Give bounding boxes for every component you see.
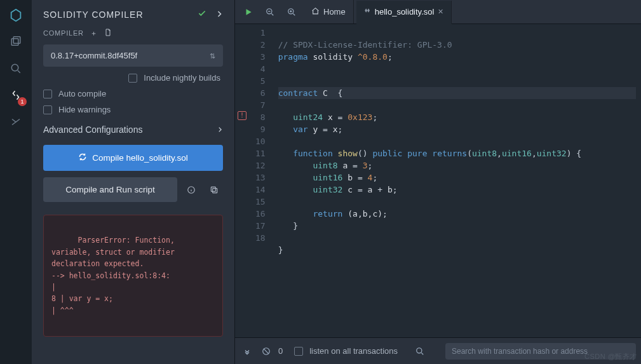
line-number: 12 xyxy=(255,159,266,172)
main-area: Home hello_solidity.sol ✕ ! 1 2 3 4 5 6 … xyxy=(235,0,641,364)
compiler-error-box: ParserError: Function, variable, struct … xyxy=(43,215,223,337)
nightly-builds-label: Include nightly builds xyxy=(144,73,220,83)
hide-warnings-checkbox[interactable] xyxy=(43,105,52,114)
left-icon-rail: 1 xyxy=(0,0,32,364)
compiler-panel: SOLIDITY COMPILER COMPILER ＋ 0.8.17+comm… xyxy=(32,0,235,364)
close-icon[interactable]: ✕ xyxy=(438,8,443,16)
compile-run-button-label: Compile and Run script xyxy=(65,185,154,194)
compiler-version-value: 0.8.17+commit.8df45f5f xyxy=(51,51,137,60)
check-icon[interactable] xyxy=(198,9,206,20)
compile-button[interactable]: Compile hello_solidity.sol xyxy=(43,145,223,171)
tx-search-placeholder: Search with transaction hash or address xyxy=(452,347,588,356)
terminal-bar: 0 listen on all transactions Search with… xyxy=(235,337,641,364)
svg-point-2 xyxy=(11,64,18,71)
line-number-gutter: 1 2 3 4 5 6 7 8 9 10 11 12 13 14 15 16 1… xyxy=(250,24,273,337)
line-number: 14 xyxy=(255,184,266,196)
ban-icon[interactable] xyxy=(259,342,273,361)
zoom-out-icon[interactable] xyxy=(260,3,280,22)
line-number: 5 xyxy=(255,75,266,87)
nightly-builds-checkbox[interactable] xyxy=(128,74,137,83)
compiler-label-row: COMPILER ＋ xyxy=(43,28,223,38)
hide-warnings-row: Hide warnings xyxy=(43,105,223,114)
line-number: 4 xyxy=(255,63,266,75)
line-number: 9 xyxy=(255,123,266,135)
svg-rect-0 xyxy=(11,39,18,46)
listen-label: listen on all transactions xyxy=(309,346,398,356)
select-arrows-icon xyxy=(210,51,215,60)
error-gutter: ! xyxy=(235,24,250,337)
tab-file-label: hello_solidity.sol xyxy=(375,7,435,17)
line-number: 8 xyxy=(255,111,266,123)
svg-point-9 xyxy=(417,347,422,353)
compile-run-button[interactable]: Compile and Run script xyxy=(43,177,177,202)
home-icon xyxy=(311,7,320,17)
deploy-rail-icon[interactable] xyxy=(8,114,24,130)
line-number: 13 xyxy=(255,172,266,184)
chevron-right-icon[interactable] xyxy=(215,9,223,20)
line-number: 17 xyxy=(255,220,266,232)
advanced-label: Advanced Configurations xyxy=(43,125,142,135)
line-number: 18 xyxy=(255,232,266,244)
code-editor[interactable]: ! 1 2 3 4 5 6 7 8 9 10 11 12 13 14 15 16… xyxy=(235,24,641,337)
chevron-right-icon xyxy=(217,125,223,135)
svg-rect-4 xyxy=(213,188,217,192)
remix-logo-icon[interactable] xyxy=(8,8,24,23)
run-icon[interactable] xyxy=(239,3,258,22)
compiler-version-select[interactable]: 0.8.17+commit.8df45f5f xyxy=(43,44,223,67)
document-icon[interactable] xyxy=(104,28,112,38)
svg-rect-5 xyxy=(211,187,215,191)
line-number: 7 xyxy=(255,99,266,111)
auto-compile-row: Auto compile xyxy=(43,89,223,98)
watermark: CSDN @甄齐才 xyxy=(584,352,637,361)
tab-home[interactable]: Home xyxy=(304,0,354,24)
terminal-search-icon[interactable] xyxy=(412,342,428,361)
line-number: 3 xyxy=(255,51,266,63)
code-content[interactable]: // SPDX-License-Identifier: GPL-3.0pragm… xyxy=(273,24,641,337)
hide-warnings-label: Hide warnings xyxy=(58,105,111,114)
nightly-builds-row: Include nightly builds xyxy=(43,73,223,83)
compiler-error-text: ParserError: Function, variable, struct … xyxy=(51,236,179,314)
auto-compile-checkbox[interactable] xyxy=(43,90,52,98)
compiler-label: COMPILER xyxy=(43,29,84,37)
info-icon[interactable] xyxy=(182,177,200,202)
line-number: 15 xyxy=(255,196,266,208)
line-number: 10 xyxy=(255,135,266,147)
advanced-configurations[interactable]: Advanced Configurations xyxy=(43,121,223,138)
error-line-marker[interactable]: ! xyxy=(238,111,246,120)
listen-checkbox[interactable] xyxy=(294,347,303,356)
line-number: 11 xyxy=(255,147,266,159)
line-number: 2 xyxy=(255,39,266,51)
solidity-icon xyxy=(364,7,371,17)
tab-file[interactable]: hello_solidity.sol ✕ xyxy=(356,1,452,24)
search-rail-icon[interactable] xyxy=(8,61,24,76)
svg-rect-1 xyxy=(13,37,20,44)
expand-icon[interactable] xyxy=(240,342,254,361)
panel-title: SOLIDITY COMPILER xyxy=(43,10,144,20)
line-number: 6 xyxy=(255,87,266,99)
error-badge: 1 xyxy=(18,97,27,106)
refresh-icon xyxy=(78,152,87,163)
listen-row: listen on all transactions xyxy=(294,346,398,356)
compiler-rail-icon[interactable]: 1 xyxy=(8,88,24,103)
pending-count: 0 xyxy=(278,346,283,356)
line-number: 16 xyxy=(255,208,266,220)
line-number: 1 xyxy=(255,27,266,39)
copy-icon[interactable] xyxy=(205,177,223,202)
tab-home-label: Home xyxy=(323,7,346,17)
auto-compile-label: Auto compile xyxy=(58,89,106,98)
zoom-in-icon[interactable] xyxy=(282,3,301,22)
add-compiler-icon[interactable]: ＋ xyxy=(90,29,98,38)
file-explorer-icon[interactable] xyxy=(8,34,24,50)
panel-header: SOLIDITY COMPILER xyxy=(32,0,234,28)
compile-button-label: Compile hello_solidity.sol xyxy=(92,153,188,163)
editor-toolbar: Home hello_solidity.sol ✕ xyxy=(235,0,641,24)
